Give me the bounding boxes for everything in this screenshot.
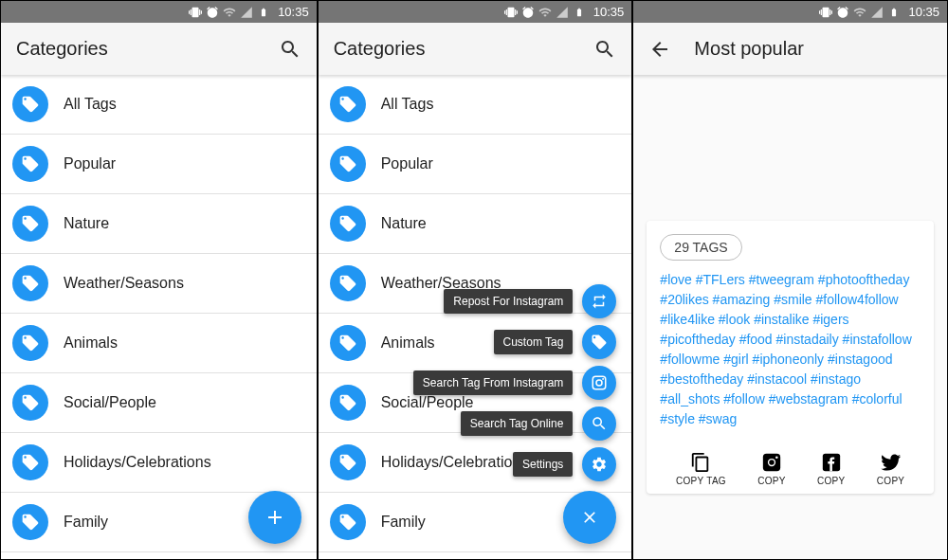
instagram-icon: [761, 452, 782, 473]
sd-item-repost[interactable]: Repost For Instagram: [444, 284, 616, 318]
copy-twitter-button[interactable]: COPY: [877, 452, 905, 486]
app-bar: Categories: [319, 23, 632, 75]
item-label: Family: [381, 514, 426, 531]
tag-icon: [330, 206, 366, 242]
sd-label: Search Tag From Instagram: [413, 370, 574, 395]
tag-icon: [12, 265, 48, 301]
battery-icon: [573, 6, 586, 19]
status-time: 10:35: [593, 5, 625, 19]
status-bar: 10:35: [633, 1, 947, 23]
copy-instagram-button[interactable]: COPY: [757, 452, 786, 486]
list-item[interactable]: Social/People: [1, 373, 317, 433]
sd-item-settings[interactable]: Settings: [513, 447, 616, 481]
speed-dial-menu: Repost For Instagram Custom Tag Search T…: [413, 284, 617, 481]
tag-icon: [330, 86, 366, 122]
app-bar: Most popular: [633, 23, 947, 75]
app-bar: Categories: [1, 23, 317, 75]
signal-icon: [556, 6, 569, 19]
status-time: 10:35: [908, 5, 939, 19]
item-label: Weather/Seasons: [64, 275, 184, 292]
item-label: Popular: [64, 155, 116, 172]
signal-icon: [240, 6, 253, 19]
status-bar: 10:35: [1, 1, 317, 23]
search-icon[interactable]: [279, 38, 301, 61]
svg-point-2: [602, 378, 604, 380]
alarm-icon: [836, 6, 849, 19]
tag-icon: [12, 325, 48, 361]
detail-body: 29 TAGS #love #TFLers #tweegram #photoof…: [633, 75, 947, 559]
tag-icon: [330, 385, 366, 421]
action-label: COPY: [757, 476, 786, 486]
search-icon[interactable]: [593, 38, 616, 61]
page-title: Categories: [334, 38, 594, 60]
copy-icon: [690, 452, 711, 473]
list-item[interactable]: Nature: [319, 194, 632, 254]
list-item[interactable]: Holidays/Celebrations: [1, 433, 317, 493]
item-label: Holidays/Celebrations: [64, 454, 211, 471]
sd-item-search-online[interactable]: Search Tag Online: [461, 406, 617, 441]
item-label: All Tags: [64, 96, 117, 113]
facebook-icon: [821, 452, 842, 473]
list-item[interactable]: All Tags: [319, 75, 632, 135]
twitter-icon: [881, 452, 902, 473]
list-item[interactable]: Animals: [1, 314, 317, 373]
tag-icon: [330, 504, 366, 540]
tag-icon: [330, 265, 366, 301]
action-label: COPY: [877, 476, 905, 486]
copy-tag-button[interactable]: COPY TAG: [676, 452, 726, 486]
item-label: All Tags: [381, 96, 434, 113]
repost-icon: [582, 284, 616, 318]
screen-categories: 10:35 Categories All Tags Popular Nature…: [1, 1, 317, 559]
tag-icon: [12, 86, 48, 122]
tag-icon: [12, 206, 48, 242]
tag-icon: [12, 444, 48, 480]
tag-icon: [330, 444, 366, 480]
signal-icon: [870, 6, 884, 19]
item-label: Animals: [64, 334, 118, 352]
status-bar: 10:35: [319, 1, 632, 23]
svg-point-1: [596, 380, 602, 386]
tag-count-badge: 29 TAGS: [660, 234, 741, 261]
list-item[interactable]: Popular: [1, 135, 317, 194]
list-item[interactable]: All Tags: [1, 75, 317, 135]
tag-card: 29 TAGS #love #TFLers #tweegram #photoof…: [647, 221, 934, 494]
card-actions: COPY TAG COPY COPY COPY: [660, 439, 921, 486]
back-icon[interactable]: [648, 38, 671, 61]
fab-add[interactable]: [248, 491, 301, 544]
tag-icon: [582, 325, 616, 359]
wifi-icon: [853, 6, 866, 19]
item-label: Family: [64, 514, 108, 531]
vibrate-icon: [819, 6, 832, 19]
item-label: Popular: [381, 155, 433, 172]
search-icon: [582, 406, 616, 441]
page-title: Most popular: [694, 38, 932, 60]
item-label: Nature: [64, 215, 109, 232]
sd-label: Settings: [513, 452, 573, 477]
tag-icon: [12, 504, 48, 540]
alarm-icon: [521, 6, 535, 19]
copy-facebook-button[interactable]: COPY: [817, 452, 846, 486]
page-title: Categories: [16, 38, 279, 60]
action-label: COPY: [817, 476, 846, 486]
sd-item-custom-tag[interactable]: Custom Tag: [494, 325, 617, 359]
screen-categories-menu: 10:35 Categories All Tags Popular Nature…: [317, 1, 632, 559]
sd-label: Repost For Instagram: [444, 289, 573, 314]
tag-icon: [12, 146, 48, 182]
list-item[interactable]: Nature: [1, 194, 317, 254]
instagram-icon: [582, 366, 616, 400]
svg-point-5: [769, 460, 775, 465]
hashtag-list: #love #TFLers #tweegram #photooftheday #…: [660, 270, 921, 429]
action-label: COPY TAG: [676, 476, 726, 486]
wifi-icon: [223, 6, 236, 19]
status-time: 10:35: [278, 5, 309, 19]
battery-icon: [257, 6, 270, 19]
tag-icon: [330, 146, 366, 182]
sd-item-search-instagram[interactable]: Search Tag From Instagram: [413, 366, 617, 400]
fab-close[interactable]: [563, 491, 616, 544]
list-item[interactable]: Popular: [319, 135, 632, 194]
item-label: Nature: [381, 215, 427, 232]
list-item[interactable]: Weather/Seasons: [1, 254, 317, 314]
sd-label: Custom Tag: [494, 330, 574, 354]
vibrate-icon: [504, 6, 518, 19]
wifi-icon: [538, 6, 552, 19]
